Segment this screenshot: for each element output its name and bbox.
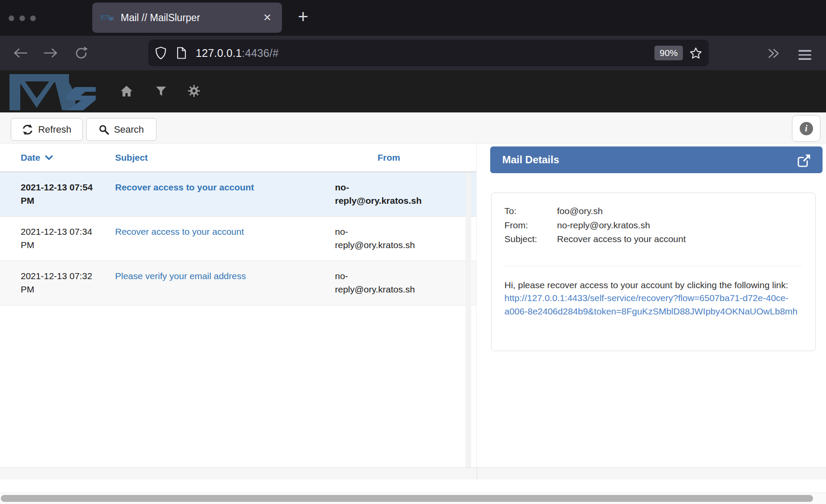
horizontal-scrollbar[interactable]	[0, 492, 826, 504]
mail-details-header: Mail Details	[490, 146, 823, 173]
browser-tab-bar: Mail // MailSlurper ✕ +	[0, 0, 826, 36]
mail-body-text: Hi, please recover access to your accoun…	[504, 280, 788, 290]
reload-icon[interactable]	[75, 46, 88, 59]
info-icon: i	[800, 122, 813, 135]
card-divider	[504, 266, 802, 266]
mailslurper-logo	[9, 72, 96, 111]
mail-row-from: no-reply@ory.kratos.sh	[335, 217, 443, 261]
url-host: 127.0.0.1	[196, 47, 242, 59]
app-header	[0, 70, 826, 112]
zoom-level-badge[interactable]: 90%	[654, 46, 683, 60]
mail-row-date: 2021-12-13 07:54 PM	[0, 172, 115, 216]
tab-close-icon[interactable]: ✕	[261, 11, 273, 25]
info-button[interactable]: i	[792, 115, 820, 142]
overflow-chevrons-icon[interactable]	[767, 48, 781, 59]
mail-row-subject-link[interactable]: Recover access to your account	[115, 217, 335, 261]
window-dot-icon[interactable]	[9, 16, 14, 21]
mail-row-subject-link[interactable]: Recover access to your account	[115, 172, 335, 216]
column-header-date[interactable]: Date	[0, 152, 115, 163]
open-external-icon[interactable]	[796, 152, 812, 168]
from-label: From:	[504, 218, 557, 232]
filter-icon[interactable]	[156, 87, 166, 96]
column-header-from[interactable]: From	[335, 152, 443, 163]
horizontal-scrollbar-thumb[interactable]	[1, 495, 813, 502]
menu-hamburger-icon[interactable]	[798, 50, 811, 60]
subject-value: Recover access to your account	[557, 232, 802, 246]
mail-details-card: To: foo@ory.sh From: no-reply@ory.kratos…	[491, 193, 816, 351]
mail-row-from: no-reply@ory.kratos.sh	[335, 172, 443, 216]
mail-list-panel: Date Subject From 2021-12-13 07:54 PM Re…	[0, 143, 477, 467]
mail-row-subject-link[interactable]: Please verify your email address	[115, 261, 335, 305]
column-header-subject[interactable]: Subject	[115, 152, 335, 163]
forward-icon[interactable]	[43, 47, 59, 59]
mail-row[interactable]: 2021-12-13 07:34 PM Recover access to yo…	[0, 217, 476, 261]
recovery-link[interactable]: http://127.0.0.1:4433/self-service/recov…	[504, 293, 798, 316]
from-value: no-reply@ory.kratos.sh	[557, 218, 802, 232]
mail-details-panel: Mail Details To: foo@ory.sh From: no-rep…	[490, 143, 823, 467]
shield-icon[interactable]	[155, 47, 166, 59]
page-bottom-area	[0, 479, 826, 492]
new-tab-button[interactable]: +	[291, 6, 315, 29]
window-dot-icon[interactable]	[19, 16, 25, 21]
main-content: Date Subject From 2021-12-13 07:54 PM Re…	[0, 143, 826, 467]
mail-body: Hi, please recover access to your accoun…	[504, 279, 802, 318]
url-text[interactable]: 127.0.0.1:4436/#	[196, 47, 278, 59]
search-label: Search	[114, 124, 144, 135]
to-value: foo@ory.sh	[557, 204, 802, 218]
app-toolbar: Refresh Search i	[0, 112, 826, 143]
mail-details-title: Mail Details	[502, 154, 796, 166]
mail-list-header: Date Subject From	[0, 143, 476, 172]
url-bar[interactable]: 127.0.0.1:4436/# 90%	[148, 40, 709, 66]
to-label: To:	[504, 204, 557, 218]
refresh-icon	[22, 124, 33, 135]
page-info-icon[interactable]	[177, 47, 186, 59]
mailslurper-favicon-icon	[101, 15, 114, 21]
tab-title: Mail // MailSlurper	[121, 12, 261, 24]
browser-nav-bar: 127.0.0.1:4436/# 90%	[0, 36, 826, 70]
settings-gear-icon[interactable]	[188, 85, 200, 97]
mail-row[interactable]: 2021-12-13 07:32 PM Please verify your e…	[0, 261, 476, 305]
search-icon	[99, 124, 109, 135]
mail-row-date: 2021-12-13 07:32 PM	[0, 261, 115, 305]
browser-tab[interactable]: Mail // MailSlurper ✕	[92, 3, 282, 33]
search-button[interactable]: Search	[86, 118, 156, 141]
mail-row[interactable]: 2021-12-13 07:54 PM Recover access to yo…	[0, 172, 476, 217]
bookmark-star-icon[interactable]	[690, 47, 702, 59]
refresh-label: Refresh	[38, 124, 71, 135]
sort-desc-icon	[45, 155, 53, 160]
window-dot-icon[interactable]	[30, 16, 36, 21]
panel-divider	[477, 468, 477, 479]
window-controls[interactable]	[9, 16, 36, 21]
back-icon[interactable]	[13, 47, 28, 59]
mail-list-scrollbar-track[interactable]	[466, 173, 471, 467]
url-path: :4436/#	[242, 47, 279, 59]
mail-row-date: 2021-12-13 07:34 PM	[0, 217, 115, 261]
panel-footer-strip	[0, 467, 826, 479]
home-icon[interactable]	[121, 86, 132, 96]
mail-details-fields: To: foo@ory.sh From: no-reply@ory.kratos…	[504, 204, 802, 246]
refresh-button[interactable]: Refresh	[11, 118, 83, 141]
subject-label: Subject:	[504, 232, 557, 246]
mail-row-from: no-reply@ory.kratos.sh	[335, 261, 443, 305]
